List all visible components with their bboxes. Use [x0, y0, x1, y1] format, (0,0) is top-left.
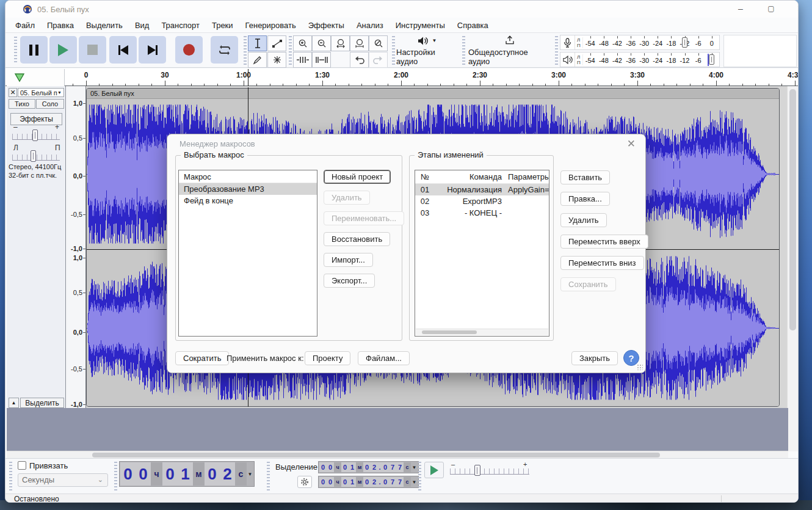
play-speed-slider[interactable] — [450, 468, 529, 475]
step-button-2[interactable]: Удалить — [560, 213, 607, 227]
fit-selection-button[interactable] — [331, 35, 350, 51]
menu-item-select[interactable]: Выделить — [80, 21, 129, 30]
time-digit[interactable]: 7 — [396, 462, 404, 472]
time-digit[interactable]: 0 — [382, 462, 389, 472]
zoom-toggle-button[interactable] — [369, 35, 388, 51]
time-format-arrow-icon[interactable]: ▼ — [247, 462, 253, 486]
time-digit[interactable]: 0 — [319, 462, 327, 472]
loop-button[interactable] — [211, 36, 238, 64]
record-button[interactable] — [175, 36, 203, 64]
apply-to-project-button[interactable]: Проекту — [305, 351, 350, 365]
dialog-resize-grip[interactable] — [637, 364, 643, 370]
time-digit[interactable]: 7 — [389, 477, 396, 487]
macro-button-4[interactable]: Импорт... — [324, 253, 373, 267]
macro-button-5[interactable]: Экспорт... — [324, 274, 375, 288]
step-button-0[interactable]: Вставить — [560, 170, 610, 184]
time-digit[interactable]: 2 — [371, 462, 378, 472]
meter-volume-slider-thumb[interactable] — [682, 37, 687, 48]
time-ruler-scale[interactable]: 0301:001:302:002:303:003:304:004:30 — [65, 69, 797, 86]
selection-start-field[interactable]: 00ч01м02.077с▼ — [318, 461, 419, 473]
time-digit[interactable]: 2 — [371, 477, 378, 487]
time-digit[interactable]: 7 — [396, 477, 404, 487]
track-close-button[interactable]: ✕ — [9, 88, 17, 97]
apply-to-files-button[interactable]: Файлам... — [358, 351, 410, 365]
menu-item-effects[interactable]: Эффекты — [302, 21, 350, 30]
time-digit[interactable]: 1 — [349, 462, 356, 472]
time-digit[interactable]: 1 — [178, 462, 193, 486]
menu-item-tracks[interactable]: Треки — [206, 21, 239, 30]
record-meter-scale[interactable]: -54-48-42-36-30-24-18-12-60 — [583, 35, 719, 49]
play-speed-thumb[interactable] — [474, 465, 480, 476]
time-format-arrow-icon[interactable]: ▼ — [411, 462, 418, 472]
dialog-close-icon[interactable]: ✕ — [627, 137, 636, 150]
close-button[interactable]: ✕ — [787, 1, 799, 18]
zoom-in-button[interactable] — [293, 35, 312, 51]
trim-audio-button[interactable] — [293, 52, 312, 68]
multi-tool-button[interactable] — [267, 52, 286, 68]
steps-row[interactable]: 02ExportMP3 — [415, 195, 549, 207]
audio-position-display[interactable]: 00ч01м02с▼ — [119, 461, 255, 487]
audio-setup-button[interactable]: ▼ Настройки аудио — [396, 35, 457, 66]
menu-item-help[interactable]: Справка — [451, 21, 495, 30]
speaker-meter-icon[interactable] — [560, 53, 575, 67]
vertical-scrollbar[interactable] — [787, 86, 798, 451]
pause-button[interactable] — [20, 36, 48, 64]
close-dialog-button[interactable]: Закрыть — [571, 351, 618, 365]
menu-item-analyze[interactable]: Анализ — [350, 21, 390, 30]
time-grip[interactable] — [114, 462, 117, 491]
horizontal-scrollbar-thumb[interactable] — [92, 453, 660, 457]
time-digit[interactable]: 0 — [382, 477, 389, 487]
time-digit[interactable]: 0 — [319, 477, 327, 487]
selection-options-button[interactable] — [297, 476, 312, 488]
pan-slider[interactable] — [12, 155, 60, 161]
time-digit[interactable]: 0 — [327, 462, 334, 472]
steps-table-hscrollbar[interactable] — [416, 329, 548, 335]
vertical-scale-ruler[interactable]: 1,00,50,0-0,5-1,01,00,50,0-0,5-1,0 — [66, 86, 86, 408]
menu-item-file[interactable]: Файл — [9, 21, 41, 30]
solo-button[interactable]: Соло — [36, 99, 64, 109]
snap-grip[interactable] — [9, 462, 12, 491]
macro-list-item[interactable]: Фейд в конце — [179, 195, 317, 206]
gain-slider-thumb[interactable] — [32, 129, 38, 141]
timeline-options[interactable] — [7, 69, 65, 86]
menu-item-transport[interactable]: Транспорт — [155, 21, 206, 30]
record-meter[interactable]: ЛП -54-48-42-36-30-24-18-12-60 — [560, 35, 720, 50]
time-digit[interactable]: 0 — [162, 462, 178, 486]
snap-mode-select[interactable]: Секунды ⌄ — [18, 473, 108, 487]
time-digit[interactable]: 0 — [136, 462, 151, 486]
time-format-arrow-icon[interactable]: ▼ — [411, 477, 418, 487]
play-button[interactable] — [49, 36, 77, 64]
skip-to-start-button[interactable] — [109, 36, 137, 64]
pan-slider-thumb[interactable] — [31, 150, 36, 162]
menu-item-edit[interactable]: Правка — [41, 21, 80, 30]
playback-meter-scale[interactable]: -54-48-42-36-30-24-18-12-60 — [583, 53, 719, 67]
vertical-scrollbar-thumb[interactable] — [789, 89, 796, 330]
audio-setup-grip[interactable] — [392, 36, 395, 65]
track-name-menu[interactable]: 05. Белый п ▼ — [18, 88, 64, 97]
selection-end-field[interactable]: 00ч01м02.077с▼ — [318, 476, 419, 488]
share-audio-button[interactable]: Общедоступное аудио — [468, 35, 551, 66]
time-digit[interactable]: 0 — [341, 477, 349, 487]
time-digit[interactable]: 2 — [220, 462, 235, 486]
time-digit[interactable]: 0 — [205, 462, 220, 486]
time-digit[interactable]: 0 — [120, 462, 136, 486]
step-button-1[interactable]: Правка... — [560, 192, 610, 206]
step-button-3[interactable]: Переместить вверх — [560, 235, 648, 249]
time-digit[interactable]: 0 — [363, 462, 371, 472]
track-select-button[interactable]: Выделить — [20, 398, 64, 408]
time-digit[interactable]: 0 — [363, 477, 371, 487]
shrink-button[interactable]: Сократить — [175, 351, 229, 365]
mute-button[interactable]: Тихо — [9, 99, 35, 109]
horizontal-scrollbar[interactable] — [7, 451, 788, 458]
draw-tool-button[interactable] — [248, 52, 267, 68]
snap-checkbox[interactable] — [18, 461, 26, 470]
time-digit[interactable]: 0 — [341, 462, 349, 472]
stop-button[interactable] — [79, 36, 106, 64]
undo-button[interactable] — [350, 52, 369, 68]
macro-list[interactable]: МакросПреобразование MP3Фейд в конце — [178, 170, 317, 337]
menu-item-tools[interactable]: Инструменты — [390, 21, 451, 30]
transport-grip[interactable] — [14, 37, 17, 64]
timeline-ruler[interactable]: 0301:001:302:002:303:003:304:004:30 — [5, 69, 798, 86]
steps-row[interactable]: 03- КОНЕЦ - — [415, 207, 549, 219]
menu-item-view[interactable]: Вид — [129, 21, 156, 30]
